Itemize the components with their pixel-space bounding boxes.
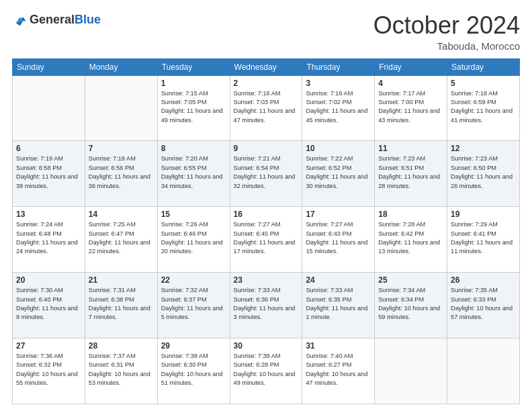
month-title: October 2024	[373, 12, 520, 39]
table-row: 20Sunrise: 7:30 AM Sunset: 6:40 PM Dayli…	[13, 273, 85, 338]
day-number: 2	[234, 79, 299, 88]
day-number: 5	[451, 79, 516, 88]
day-number: 3	[306, 79, 371, 88]
calendar-week-row: 27Sunrise: 7:36 AM Sunset: 6:32 PM Dayli…	[13, 338, 520, 404]
day-number: 20	[16, 275, 81, 285]
logo-text-blue: Blue	[75, 13, 101, 26]
calendar-week-row: 20Sunrise: 7:30 AM Sunset: 6:40 PM Dayli…	[13, 273, 520, 338]
table-row: 31Sunrise: 7:40 AM Sunset: 6:27 PM Dayli…	[302, 338, 375, 404]
cell-info: Sunrise: 7:35 AM Sunset: 6:33 PM Dayligh…	[451, 286, 516, 322]
page-header: GeneralBlue October 2024 Tabouda, Morocc…	[12, 12, 520, 52]
header-sunday: Sunday	[13, 58, 85, 75]
day-number: 24	[306, 275, 371, 285]
days-header-row: Sunday Monday Tuesday Wednesday Thursday…	[13, 58, 520, 75]
table-row: 21Sunrise: 7:31 AM Sunset: 6:38 PM Dayli…	[85, 273, 157, 338]
day-number: 28	[89, 341, 154, 351]
calendar-table: Sunday Monday Tuesday Wednesday Thursday…	[12, 58, 520, 404]
day-number: 31	[306, 341, 371, 351]
table-row: 9Sunrise: 7:21 AM Sunset: 6:54 PM Daylig…	[230, 141, 302, 207]
cell-info: Sunrise: 7:27 AM Sunset: 6:45 PM Dayligh…	[234, 220, 299, 256]
cell-info: Sunrise: 7:22 AM Sunset: 6:52 PM Dayligh…	[306, 154, 371, 190]
cell-info: Sunrise: 7:26 AM Sunset: 6:46 PM Dayligh…	[161, 220, 226, 256]
day-number: 10	[306, 144, 371, 153]
table-row: 24Sunrise: 7:33 AM Sunset: 6:35 PM Dayli…	[302, 273, 375, 338]
table-row: 17Sunrise: 7:27 AM Sunset: 6:43 PM Dayli…	[302, 207, 375, 273]
table-row: 13Sunrise: 7:24 AM Sunset: 6:48 PM Dayli…	[13, 207, 85, 273]
cell-info: Sunrise: 7:33 AM Sunset: 6:36 PM Dayligh…	[234, 286, 299, 322]
cell-info: Sunrise: 7:24 AM Sunset: 6:48 PM Dayligh…	[16, 220, 81, 256]
table-row: 26Sunrise: 7:35 AM Sunset: 6:33 PM Dayli…	[447, 273, 520, 338]
logo-icon	[12, 12, 27, 27]
table-row	[447, 338, 520, 404]
cell-info: Sunrise: 7:25 AM Sunset: 6:47 PM Dayligh…	[89, 220, 154, 256]
table-row: 27Sunrise: 7:36 AM Sunset: 6:32 PM Dayli…	[13, 338, 85, 404]
day-number: 14	[89, 210, 154, 219]
cell-info: Sunrise: 7:19 AM Sunset: 6:56 PM Dayligh…	[89, 154, 154, 190]
table-row: 1Sunrise: 7:15 AM Sunset: 7:05 PM Daylig…	[157, 75, 230, 141]
table-row: 6Sunrise: 7:19 AM Sunset: 6:58 PM Daylig…	[13, 141, 85, 207]
table-row	[13, 75, 85, 141]
table-row: 18Sunrise: 7:28 AM Sunset: 6:42 PM Dayli…	[375, 207, 447, 273]
table-row: 8Sunrise: 7:20 AM Sunset: 6:55 PM Daylig…	[157, 141, 230, 207]
table-row: 15Sunrise: 7:26 AM Sunset: 6:46 PM Dayli…	[157, 207, 230, 273]
calendar-week-row: 6Sunrise: 7:19 AM Sunset: 6:58 PM Daylig…	[13, 141, 520, 207]
day-number: 18	[378, 210, 443, 219]
logo: GeneralBlue	[12, 12, 101, 27]
day-number: 23	[234, 275, 299, 285]
header-friday: Friday	[375, 58, 447, 75]
cell-info: Sunrise: 7:36 AM Sunset: 6:32 PM Dayligh…	[16, 352, 81, 387]
cell-info: Sunrise: 7:15 AM Sunset: 7:05 PM Dayligh…	[161, 89, 226, 125]
header-wednesday: Wednesday	[230, 58, 302, 75]
cell-info: Sunrise: 7:39 AM Sunset: 6:28 PM Dayligh…	[234, 352, 299, 387]
cell-info: Sunrise: 7:32 AM Sunset: 6:37 PM Dayligh…	[161, 286, 226, 322]
table-row	[375, 338, 447, 404]
day-number: 17	[306, 210, 371, 219]
table-row: 22Sunrise: 7:32 AM Sunset: 6:37 PM Dayli…	[157, 273, 230, 338]
cell-info: Sunrise: 7:19 AM Sunset: 6:58 PM Dayligh…	[16, 154, 81, 190]
cell-info: Sunrise: 7:38 AM Sunset: 6:30 PM Dayligh…	[161, 352, 226, 387]
logo-text-general: General	[30, 13, 75, 26]
cell-info: Sunrise: 7:21 AM Sunset: 6:54 PM Dayligh…	[234, 154, 299, 190]
cell-info: Sunrise: 7:18 AM Sunset: 6:59 PM Dayligh…	[451, 89, 516, 125]
location-title: Tabouda, Morocco	[373, 40, 520, 52]
day-number: 19	[451, 210, 516, 219]
day-number: 9	[234, 144, 299, 153]
table-row: 11Sunrise: 7:23 AM Sunset: 6:51 PM Dayli…	[375, 141, 447, 207]
day-number: 7	[89, 144, 154, 153]
cell-info: Sunrise: 7:20 AM Sunset: 6:55 PM Dayligh…	[161, 154, 226, 190]
day-number: 30	[234, 341, 299, 351]
day-number: 6	[16, 144, 81, 153]
day-number: 4	[378, 79, 443, 88]
table-row: 19Sunrise: 7:29 AM Sunset: 6:41 PM Dayli…	[447, 207, 520, 273]
day-number: 22	[161, 275, 226, 285]
table-row: 3Sunrise: 7:16 AM Sunset: 7:02 PM Daylig…	[302, 75, 375, 141]
table-row: 2Sunrise: 7:16 AM Sunset: 7:03 PM Daylig…	[230, 75, 302, 141]
cell-info: Sunrise: 7:40 AM Sunset: 6:27 PM Dayligh…	[306, 352, 371, 387]
cell-info: Sunrise: 7:37 AM Sunset: 6:31 PM Dayligh…	[89, 352, 154, 387]
table-row	[85, 75, 157, 141]
calendar-week-row: 1Sunrise: 7:15 AM Sunset: 7:05 PM Daylig…	[13, 75, 520, 141]
day-number: 15	[161, 210, 226, 219]
cell-info: Sunrise: 7:31 AM Sunset: 6:38 PM Dayligh…	[89, 286, 154, 322]
day-number: 16	[234, 210, 299, 219]
day-number: 13	[16, 210, 81, 219]
cell-info: Sunrise: 7:16 AM Sunset: 7:03 PM Dayligh…	[234, 89, 299, 125]
table-row: 14Sunrise: 7:25 AM Sunset: 6:47 PM Dayli…	[85, 207, 157, 273]
table-row: 4Sunrise: 7:17 AM Sunset: 7:00 PM Daylig…	[375, 75, 447, 141]
day-number: 27	[16, 341, 81, 351]
cell-info: Sunrise: 7:34 AM Sunset: 6:34 PM Dayligh…	[378, 286, 443, 322]
day-number: 26	[451, 275, 516, 285]
cell-info: Sunrise: 7:30 AM Sunset: 6:40 PM Dayligh…	[16, 286, 81, 322]
title-block: October 2024 Tabouda, Morocco	[373, 12, 520, 52]
header-saturday: Saturday	[447, 58, 520, 75]
table-row: 16Sunrise: 7:27 AM Sunset: 6:45 PM Dayli…	[230, 207, 302, 273]
table-row: 23Sunrise: 7:33 AM Sunset: 6:36 PM Dayli…	[230, 273, 302, 338]
day-number: 25	[378, 275, 443, 285]
calendar-week-row: 13Sunrise: 7:24 AM Sunset: 6:48 PM Dayli…	[13, 207, 520, 273]
table-row: 10Sunrise: 7:22 AM Sunset: 6:52 PM Dayli…	[302, 141, 375, 207]
table-row: 29Sunrise: 7:38 AM Sunset: 6:30 PM Dayli…	[157, 338, 230, 404]
day-number: 8	[161, 144, 226, 153]
cell-info: Sunrise: 7:23 AM Sunset: 6:51 PM Dayligh…	[378, 154, 443, 190]
day-number: 29	[161, 341, 226, 351]
table-row: 12Sunrise: 7:23 AM Sunset: 6:50 PM Dayli…	[447, 141, 520, 207]
